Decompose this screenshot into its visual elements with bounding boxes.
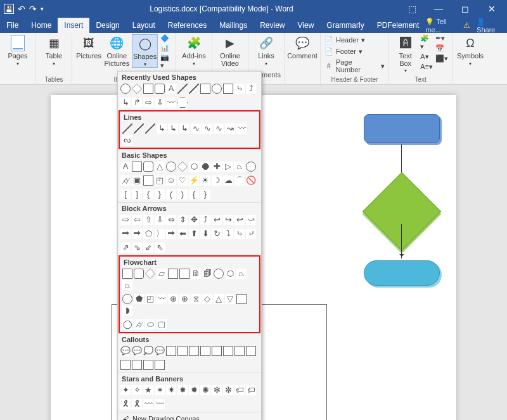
basic-plus[interactable]: ✚ <box>212 162 222 172</box>
fc-manual-input[interactable]: ⏢ <box>236 269 247 279</box>
co-1[interactable]: 💬 <box>120 346 131 356</box>
basic-oct[interactable]: ⯃ <box>200 162 210 172</box>
tab-grammarly[interactable]: Grammarly <box>320 18 370 33</box>
co-16[interactable] <box>155 360 165 370</box>
ba-curve-u[interactable]: ⤻ <box>246 215 256 225</box>
links-button[interactable]: 🔗 Links ▾ <box>252 34 280 67</box>
flowchart-decision-diamond[interactable] <box>363 172 441 251</box>
ba-misc3[interactable]: ⤶ <box>246 229 256 239</box>
share-button[interactable]: 👤 Share <box>477 18 501 34</box>
basic-rbrace2[interactable]: } <box>200 189 210 200</box>
co-4[interactable]: 💬 <box>155 346 165 356</box>
ba-right[interactable]: ⇨ <box>120 215 131 225</box>
co-12[interactable] <box>246 346 256 356</box>
ba-bent[interactable]: ⤴ <box>200 215 210 225</box>
addins-button[interactable]: 🧩 Add-ins ▾ <box>180 34 208 67</box>
ba-misc2[interactable]: ⤷ <box>234 229 245 239</box>
basic-oval[interactable] <box>166 162 176 172</box>
basic-moon[interactable]: ☽ <box>212 175 222 186</box>
ba-misc1[interactable]: ⤵ <box>223 229 233 239</box>
fc-doc[interactable]: 🗎 <box>191 269 201 279</box>
basic-circ[interactable] <box>246 162 256 172</box>
shape-connector2[interactable]: ↳ <box>120 98 131 108</box>
shape-rect[interactable] <box>200 84 210 94</box>
ba-misc4[interactable]: ⇗ <box>120 243 131 253</box>
basic-no[interactable]: 🚫 <box>246 175 256 186</box>
object-button[interactable]: ⬛▾ <box>435 54 448 63</box>
new-drawing-canvas[interactable]: 🖌 New Drawing Canvas <box>118 412 261 420</box>
co-6[interactable] <box>177 346 188 356</box>
basic-sun[interactable]: ☀ <box>200 175 210 186</box>
fc-data[interactable]: ▱ <box>157 269 167 279</box>
basic-rect[interactable] <box>132 162 142 172</box>
ba-quad[interactable]: ✥ <box>189 215 199 225</box>
fc-sort[interactable]: ◇ <box>202 294 212 304</box>
ba-callr[interactable]: ⮕ <box>166 229 176 239</box>
redo-icon[interactable]: ↷ <box>29 4 37 14</box>
fc-card[interactable]: ◰ <box>145 294 155 304</box>
shape-curve[interactable]: 〰 <box>166 98 176 108</box>
basic-arc[interactable]: ⌒ <box>234 175 245 186</box>
shape-oval[interactable] <box>212 84 222 94</box>
ba-left[interactable]: ⇦ <box>132 215 142 225</box>
minimize-button[interactable]: — <box>426 0 451 18</box>
basic-heart[interactable]: ♡ <box>177 175 188 186</box>
fc-alt-process[interactable] <box>134 269 144 279</box>
symbols-button[interactable]: Ω Symbols ▾ <box>456 34 484 67</box>
shape-connector3[interactable]: ↱ <box>132 98 142 108</box>
basic-bevel[interactable] <box>143 175 153 186</box>
line-freeform1[interactable]: ↝ <box>225 124 235 134</box>
line-scribble[interactable]: ᔓ <box>122 135 132 145</box>
co-7[interactable] <box>189 346 199 356</box>
fc-seq[interactable]: ◯ <box>122 319 132 329</box>
basic-smile[interactable]: ☺ <box>166 175 176 186</box>
save-icon[interactable]: 💾 <box>4 4 14 14</box>
fc-manual-op[interactable]: ⏢ <box>122 280 132 290</box>
shape-rounded-rect[interactable] <box>155 84 165 94</box>
basic-rbrace[interactable]: } <box>155 189 165 200</box>
ba-calld[interactable]: ⬇ <box>200 229 210 239</box>
flowchart-arrow-2[interactable] <box>401 224 402 258</box>
line-elbow1[interactable]: ↳ <box>157 124 167 134</box>
ba-misc6[interactable]: ⇙ <box>143 243 153 253</box>
sb-16[interactable]: 〰 <box>155 399 165 409</box>
basic-rparen[interactable]: ) <box>177 189 188 200</box>
co-13[interactable] <box>120 360 131 370</box>
basic-hex[interactable]: ⬡ <box>189 162 199 172</box>
basic-textbox[interactable]: A <box>120 162 131 172</box>
sb-9[interactable]: ✻ <box>212 385 222 395</box>
shape-connector[interactable]: ⤴ <box>246 84 256 94</box>
sb-15[interactable]: 〰 <box>143 399 153 409</box>
sb-8[interactable]: ✺ <box>200 385 210 395</box>
ba-stripe[interactable]: ⮕ <box>120 229 131 239</box>
ba-up[interactable]: ⇧ <box>143 215 153 225</box>
ribbon-options-icon[interactable]: ⬚ <box>399 0 425 18</box>
tab-references[interactable]: References <box>162 18 213 33</box>
tab-pdfelement[interactable]: PDFelement <box>371 18 426 33</box>
ba-misc7[interactable]: ⇖ <box>155 243 165 253</box>
signature-button[interactable]: ✒▾ <box>435 34 448 42</box>
tab-view[interactable]: View <box>292 18 321 33</box>
header-button[interactable]: 📄Header ▾ <box>324 35 385 44</box>
line-elbow2[interactable]: ↳ <box>168 124 178 134</box>
sb-1[interactable]: ✦ <box>120 385 131 395</box>
sb-6[interactable]: ✸ <box>177 385 188 395</box>
fc-collate[interactable]: ⧖ <box>191 294 201 304</box>
basic-lbrace[interactable]: { <box>143 189 153 200</box>
sb-3[interactable]: ★ <box>143 385 153 395</box>
tab-home[interactable]: Home <box>25 18 58 33</box>
fc-merge[interactable]: ▽ <box>225 294 235 304</box>
co-2[interactable]: 💬 <box>132 346 142 356</box>
basic-triangle[interactable]: △ <box>155 162 165 172</box>
tab-layout[interactable]: Layout <box>126 18 162 33</box>
sb-13[interactable]: 🎗 <box>120 399 131 409</box>
fc-internal[interactable] <box>179 269 189 279</box>
flowchart-terminator[interactable] <box>364 260 440 286</box>
co-8[interactable] <box>200 346 210 356</box>
ba-notch[interactable]: ⮕ <box>132 229 142 239</box>
fc-magdisk[interactable]: ⌭ <box>134 319 144 329</box>
close-button[interactable]: ✕ <box>479 0 504 18</box>
basic-tri2[interactable]: ▷ <box>223 162 233 172</box>
fc-delay[interactable]: ◗ <box>122 305 132 315</box>
undo-icon[interactable]: ↶ <box>18 4 25 14</box>
